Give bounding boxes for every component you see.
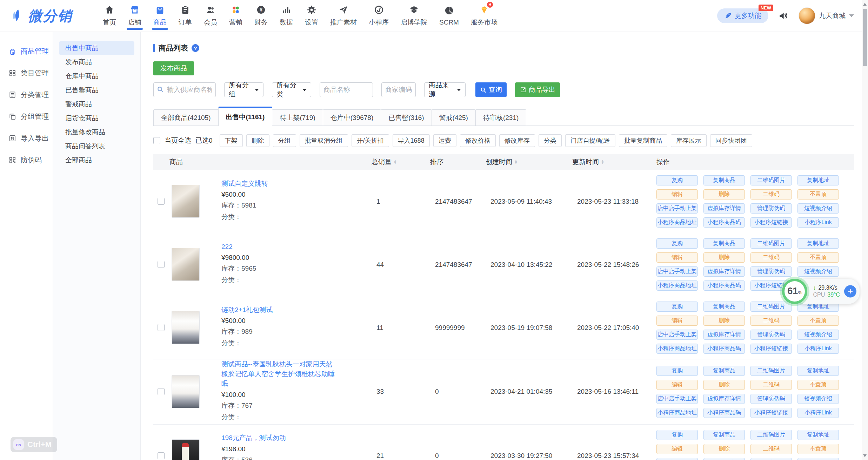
announcement-speaker-icon[interactable] xyxy=(778,11,789,21)
action-button[interactable]: 二维码图片 xyxy=(750,175,792,185)
tab-sold-out[interactable]: 已售罄(316) xyxy=(381,109,432,126)
toolbar-button[interactable]: 批量取消分组 xyxy=(300,134,348,147)
action-button[interactable]: 小程序商品码 xyxy=(703,280,745,291)
action-button[interactable]: 小程序商品地址 xyxy=(656,344,698,354)
more-features-button[interactable]: 更多功能 NEW xyxy=(717,8,768,23)
product-image[interactable] xyxy=(172,311,200,344)
sidebar-item-group-management[interactable]: 分组管理 xyxy=(0,106,53,127)
action-button[interactable]: 小程序Link xyxy=(797,408,839,418)
action-button[interactable]: 管理防伪码 xyxy=(750,458,792,460)
action-button[interactable]: 管理防伪码 xyxy=(750,266,792,277)
action-button[interactable]: 删除 xyxy=(703,316,745,326)
group-select[interactable]: 所有分组 xyxy=(224,82,263,97)
action-button[interactable]: 虚拟库存详情 xyxy=(703,266,745,277)
action-button[interactable]: 复购 xyxy=(656,175,698,185)
column-header[interactable]: 总销量▲▼ xyxy=(372,157,430,167)
submenu-item-shipping-warehouse[interactable]: 启货仓商品 xyxy=(59,111,134,125)
nav-item-promo-materials[interactable]: 推广素材 xyxy=(324,0,363,32)
action-button[interactable]: 管理防伪码 xyxy=(750,330,792,340)
submenu-item-qa-list[interactable]: 商品问答列表 xyxy=(59,139,134,153)
action-button[interactable]: 复购 xyxy=(656,302,698,312)
action-button[interactable]: 虚拟库存详情 xyxy=(703,330,745,340)
action-button[interactable]: 二维码图片 xyxy=(750,430,792,440)
product-title-link[interactable]: 链动2+1礼包测试 xyxy=(221,305,337,315)
column-header[interactable]: 创建时间▲▼ xyxy=(486,157,572,167)
action-button[interactable]: 复购 xyxy=(656,238,698,249)
action-button[interactable]: 复制商品 xyxy=(703,366,745,376)
action-button[interactable]: 短视频介绍 xyxy=(797,394,839,404)
nav-item-academy[interactable]: 启博学院 xyxy=(395,0,433,32)
action-button[interactable]: 小程序商品码 xyxy=(703,344,745,354)
action-button[interactable]: 短视频介绍 xyxy=(797,266,839,277)
action-button[interactable]: 小程序商品地址 xyxy=(656,280,698,291)
category-select[interactable]: 所有分类 xyxy=(272,82,311,97)
submenu-item-batch-edit[interactable]: 批量修改商品 xyxy=(59,125,134,139)
toolbar-button[interactable]: 门店自提/配送 xyxy=(565,134,615,147)
submenu-item-alert[interactable]: 警戒商品 xyxy=(59,97,134,111)
nav-item-shop[interactable]: 店铺 xyxy=(122,0,147,32)
action-button[interactable]: 小程序短链接 xyxy=(750,217,792,228)
action-button[interactable]: 复制商品 xyxy=(703,302,745,312)
nav-item-goods[interactable]: 商品 xyxy=(147,0,173,32)
product-title-link[interactable]: 测试商品--泰国乳胶枕头一对家用天然橡胶记忆单人宿舍学生护颈椎枕芯助睡眠 xyxy=(221,359,337,388)
action-button[interactable]: 复购 xyxy=(656,366,698,376)
row-checkbox[interactable] xyxy=(158,198,165,205)
nav-item-members[interactable]: 会员 xyxy=(198,0,223,32)
row-checkbox[interactable] xyxy=(158,388,165,395)
action-button[interactable]: 二维码图片 xyxy=(750,238,792,249)
action-button[interactable]: 不置顶 xyxy=(797,380,839,390)
action-button[interactable]: 虚拟库存详情 xyxy=(703,394,745,404)
shortcut-badge[interactable]: cs Ctrl+M xyxy=(11,437,57,452)
performance-widget[interactable]: 61 % ↓ 29.3K/s CPU 39°C + xyxy=(782,279,860,304)
nav-item-home[interactable]: 首页 xyxy=(97,0,122,32)
action-button[interactable]: 二维码 xyxy=(750,380,792,390)
nav-item-data[interactable]: 数据 xyxy=(274,0,299,32)
product-image[interactable] xyxy=(172,439,200,460)
nav-item-orders[interactable]: 订单 xyxy=(173,0,198,32)
action-button[interactable]: 编辑 xyxy=(656,316,698,326)
action-button[interactable]: 虚拟库存详情 xyxy=(703,203,745,214)
action-button[interactable]: 店中店手动上架 xyxy=(656,394,698,404)
tab-pending-review[interactable]: 待审核(231) xyxy=(475,109,526,126)
scrollbar-thumb[interactable] xyxy=(863,9,867,66)
action-button[interactable]: 不置顶 xyxy=(797,444,839,454)
action-button[interactable]: 管理防伪码 xyxy=(750,394,792,404)
action-button[interactable]: 虚拟库存详情 xyxy=(703,458,745,460)
action-button[interactable]: 复制地址 xyxy=(797,238,839,249)
action-button[interactable]: 二维码图片 xyxy=(750,366,792,376)
toolbar-button[interactable]: 修改价格 xyxy=(460,134,496,147)
toolbar-button[interactable]: 运费 xyxy=(433,134,456,147)
merchant-code-input[interactable] xyxy=(381,82,416,97)
source-select[interactable]: 商品来源 xyxy=(424,82,466,97)
action-button[interactable]: 不置顶 xyxy=(797,316,839,326)
sidebar-item-anti-counterfeit-code[interactable]: 防伪码 xyxy=(0,149,53,171)
toolbar-button[interactable]: 分组 xyxy=(273,134,296,147)
app-logo[interactable]: 微分销 xyxy=(0,6,97,26)
action-button[interactable]: 复制商品 xyxy=(703,238,745,249)
sidebar-item-import-export[interactable]: 导入导出 xyxy=(0,127,53,149)
nav-item-service-market[interactable]: H服务市场 xyxy=(465,0,503,32)
action-button[interactable]: 删除 xyxy=(703,380,745,390)
tab-all[interactable]: 全部商品(42105) xyxy=(153,109,219,126)
toolbar-button[interactable]: 导入1688 xyxy=(393,134,430,147)
submenu-item-in-warehouse[interactable]: 仓库中商品 xyxy=(59,69,134,83)
action-button[interactable]: 删除 xyxy=(703,189,745,199)
action-button[interactable]: 小程序商品码 xyxy=(703,217,745,228)
scroll-up-arrow[interactable] xyxy=(863,3,867,6)
select-all-checkbox[interactable] xyxy=(153,137,160,144)
toolbar-button[interactable]: 删除 xyxy=(246,134,269,147)
sidebar-item-category-management[interactable]: 类目管理 xyxy=(0,62,53,84)
expand-plus-button[interactable]: + xyxy=(844,285,856,298)
action-button[interactable]: 二维码 xyxy=(750,444,792,454)
action-button[interactable]: 店中店手动上架 xyxy=(656,330,698,340)
submenu-item-sold-out[interactable]: 已售罄商品 xyxy=(59,83,134,97)
toolbar-button[interactable]: 分类 xyxy=(539,134,562,147)
action-button[interactable]: 小程序商品地址 xyxy=(656,408,698,418)
nav-item-settings[interactable]: 设置 xyxy=(299,0,324,32)
column-header[interactable]: 更新时间▲▼ xyxy=(572,157,656,167)
product-title-link[interactable]: 测试自定义跳转 xyxy=(221,179,337,189)
action-button[interactable]: 小程序Link xyxy=(797,344,839,354)
scroll-down-arrow[interactable] xyxy=(863,454,867,457)
toolbar-button[interactable]: 开/关折扣 xyxy=(352,134,389,147)
row-checkbox[interactable] xyxy=(158,452,165,459)
